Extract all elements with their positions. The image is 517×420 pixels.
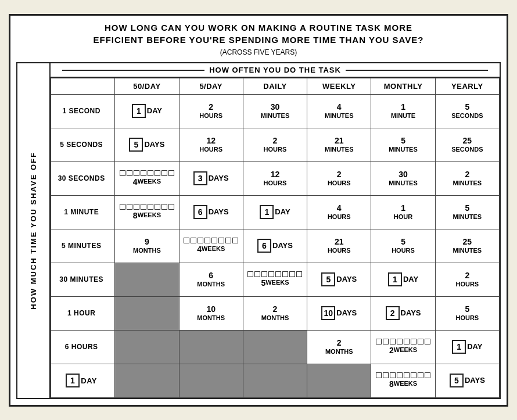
col-header-4: MONTHLY (371, 78, 435, 94)
cell-r2-c2: 12HOURS (243, 161, 307, 195)
cell-r1-c2: 2HOURS (243, 128, 307, 161)
table-row: 5 MINUTES9MONTHS4 WEEKS6DAYS21HOURS5HOUR… (51, 229, 500, 263)
cell-r5-c3: 5DAYS (307, 263, 371, 296)
cell-r3-c0: 8 WEEKS (115, 195, 179, 229)
cell-r7-c3: 2MONTHS (307, 330, 371, 364)
data-table: 50/DAY 5/DAY DAILY WEEKLY MONTHLY YEARLY… (51, 78, 500, 398)
cell-r5-c1: 6MONTHS (179, 263, 243, 296)
table-row: 5 SECONDS5DAYS12HOURS2HOURS21MINUTES5MIN… (51, 128, 500, 161)
cell-r2-c0: 4 WEEKS (115, 161, 179, 195)
cell-r7-c4: 2 WEEKS (371, 330, 435, 364)
col-header-0: 50/DAY (115, 78, 179, 94)
cell-r3-c3: 4HOURS (307, 195, 371, 229)
col-header-3: WEEKLY (307, 78, 371, 94)
cell-r4-c5: 25MINUTES (435, 229, 499, 263)
table-row: 1 DAY8 WEEKS5DAYS (51, 364, 500, 397)
cell-r6-c4: 2DAYS (371, 296, 435, 330)
cell-r4-c0: 9MONTHS (115, 229, 179, 263)
cell-r6-c2: 2MONTHS (243, 296, 307, 330)
cell-r5-c0 (115, 263, 179, 296)
corner-cell (51, 78, 115, 94)
col-header-5: YEARLY (435, 78, 499, 94)
table-row: 1 MINUTE8 WEEKS6DAYS1DAY4HOURS1HOUR5MINU… (51, 195, 500, 229)
col-header-1: 5/DAY (179, 78, 243, 94)
left-axis-label: HOW MUCH TIME YOU SHAVE OFF (17, 63, 49, 398)
cell-r1-c5: 25SECONDS (435, 128, 499, 161)
cell-r2-c3: 2HOURS (307, 161, 371, 195)
cell-r1-c1: 12HOURS (179, 128, 243, 161)
cell-r3-c4: 1HOUR (371, 195, 435, 229)
cell-r8-c2 (243, 364, 307, 397)
table-row: 30 SECONDS4 WEEKS3DAYS12HOURS2HOURS30MIN… (51, 161, 500, 195)
cell-r0-c0: 1DAY (115, 94, 179, 128)
row-label-6: 1 HOUR (51, 296, 115, 330)
cell-r4-c3: 21HOURS (307, 229, 371, 263)
table-row: 6 HOURS2MONTHS2 WEEKS1DAY (51, 330, 500, 364)
cell-r0-c5: 5SECONDS (435, 94, 499, 128)
cell-r7-c1 (179, 330, 243, 364)
cell-r2-c5: 2MINUTES (435, 161, 499, 195)
cell-r5-c4: 1DAY (371, 263, 435, 296)
cell-r8-c0 (115, 364, 179, 397)
cell-r1-c3: 21MINUTES (307, 128, 371, 161)
cell-r0-c2: 30MINUTES (243, 94, 307, 128)
row-label-8: 1 DAY (51, 364, 115, 397)
col-header-2: DAILY (243, 78, 307, 94)
cell-r2-c4: 30MINUTES (371, 161, 435, 195)
comic-panel: HOW LONG CAN YOU WORK ON MAKING A ROUTIN… (9, 14, 508, 407)
title-line1: HOW LONG CAN YOU WORK ON MAKING A ROUTIN… (16, 21, 501, 46)
cell-r7-c5: 1DAY (435, 330, 499, 364)
cell-r0-c1: 2HOURS (179, 94, 243, 128)
row-label-3: 1 MINUTE (51, 195, 115, 229)
column-headers: 50/DAY 5/DAY DAILY WEEKLY MONTHLY YEARLY (51, 78, 500, 94)
row-label-0: 1 SECOND (51, 94, 115, 128)
cell-r8-c3 (307, 364, 371, 397)
cell-r1-c4: 5MINUTES (371, 128, 435, 161)
cell-r7-c0 (115, 330, 179, 364)
cell-r3-c1: 6DAYS (179, 195, 243, 229)
chart-container: HOW MUCH TIME YOU SHAVE OFF HOW OFTEN YO… (16, 62, 501, 399)
cell-r8-c1 (179, 364, 243, 397)
cell-r3-c2: 1DAY (243, 195, 307, 229)
table-row: 1 SECOND1DAY2HOURS30MINUTES4MINUTES1MINU… (51, 94, 500, 128)
cell-r4-c2: 6DAYS (243, 229, 307, 263)
cell-r3-c5: 5MINUTES (435, 195, 499, 229)
table-row: 30 MINUTES6MONTHS5 WEEKS5DAYS1DAY2HOURS (51, 263, 500, 296)
cell-r0-c3: 4MINUTES (307, 94, 371, 128)
cell-r6-c5: 5HOURS (435, 296, 499, 330)
row-label-4: 5 MINUTES (51, 229, 115, 263)
row-label-5: 30 MINUTES (51, 263, 115, 296)
cell-r5-c5: 2HOURS (435, 263, 499, 296)
title-subtitle: (ACROSS FIVE YEARS) (16, 48, 501, 56)
cell-r2-c1: 3DAYS (179, 161, 243, 195)
how-often-header: HOW OFTEN YOU DO THE TASK (51, 63, 500, 78)
cell-r7-c2 (243, 330, 307, 364)
table-row: 1 HOUR10MONTHS2MONTHS10DAYS2DAYS5HOURS (51, 296, 500, 330)
cell-r5-c2: 5 WEEKS (243, 263, 307, 296)
row-label-1: 5 SECONDS (51, 128, 115, 161)
cell-r8-c5: 5DAYS (435, 364, 499, 397)
cell-r6-c0 (115, 296, 179, 330)
row-label-7: 6 HOURS (51, 330, 115, 364)
cell-r1-c0: 5DAYS (115, 128, 179, 161)
cell-r8-c4: 8 WEEKS (371, 364, 435, 397)
cell-r4-c4: 5HOURS (371, 229, 435, 263)
cell-r4-c1: 4 WEEKS (179, 229, 243, 263)
cell-r6-c3: 10DAYS (307, 296, 371, 330)
main-grid: HOW OFTEN YOU DO THE TASK 50/DAY 5/DAY D… (49, 63, 500, 398)
row-label-2: 30 SECONDS (51, 161, 115, 195)
cell-r0-c4: 1MINUTE (371, 94, 435, 128)
cell-r6-c1: 10MONTHS (179, 296, 243, 330)
